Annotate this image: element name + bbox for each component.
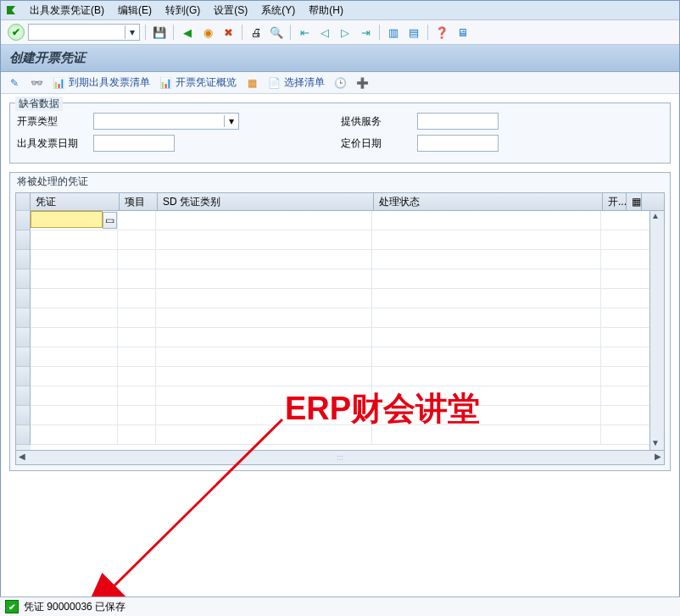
billing-type-label: 开票类型 [17, 114, 93, 129]
application-toolbar: ✎ 👓 📊 到期出具发票清单 📊 开票凭证概览 ▦ 📄 选择清单 🕒 ➕ [1, 72, 679, 94]
page-title: 创建开票凭证 [1, 45, 679, 72]
select-list-label: 选择清单 [284, 75, 325, 90]
chart-icon-2: 📊 [159, 76, 172, 90]
horizontal-scrollbar[interactable]: ◀ ::: ▶ [16, 450, 664, 464]
row-header[interactable] [16, 406, 31, 425]
table-row[interactable]: ▭ [31, 211, 649, 230]
service-label: 提供服务 [341, 114, 417, 129]
grid-corner [16, 193, 31, 211]
print-icon[interactable]: 🖨 [248, 24, 265, 41]
clock-plus-icon[interactable]: 🕒 [333, 76, 347, 90]
cancel-icon[interactable]: ✖ [220, 24, 237, 41]
help-icon[interactable]: ❓ [433, 24, 450, 41]
scroll-down-icon[interactable]: ▼ [651, 438, 663, 450]
row-header[interactable] [16, 425, 31, 445]
status-text: 凭证 90000036 已保存 [24, 600, 125, 614]
table-row[interactable] [31, 269, 649, 289]
row-header[interactable] [16, 269, 31, 289]
menu-settings[interactable]: 设置(S) [207, 2, 254, 19]
prev-page-icon[interactable]: ◁ [316, 24, 333, 41]
new-session-icon[interactable]: ▥ [385, 24, 402, 41]
enter-button[interactable]: ✔ [8, 24, 25, 41]
doc-icon: 📄 [267, 76, 281, 90]
row-header[interactable] [16, 250, 31, 269]
scroll-right-icon[interactable]: ▶ [652, 452, 664, 463]
f4-help-icon[interactable]: ▭ [103, 212, 117, 229]
row-header[interactable] [16, 367, 31, 386]
table-row[interactable] [31, 367, 649, 386]
menu-invoice-voucher[interactable]: 出具发票凭证(B) [23, 2, 111, 19]
glasses-icon[interactable]: 👓 [30, 76, 43, 90]
overview-button[interactable]: 📊 开票凭证概览 [159, 75, 237, 90]
variant-icon[interactable]: ▦ [245, 76, 259, 90]
table-row[interactable] [31, 230, 649, 250]
row-header[interactable] [16, 308, 31, 328]
last-page-icon[interactable]: ⇥ [357, 24, 374, 41]
layout-icon[interactable]: 🖥 [454, 24, 471, 41]
table-row[interactable] [31, 406, 649, 425]
first-page-icon[interactable]: ⇤ [296, 24, 313, 41]
due-list-label: 到期出具发票清单 [69, 75, 150, 90]
defaults-group-title: 缺省数据 [15, 97, 63, 111]
row-headers [16, 211, 31, 450]
col-sd-type[interactable]: SD 凭证类别 [158, 193, 374, 210]
table-row[interactable] [31, 328, 649, 347]
pricing-date-label: 定价日期 [341, 136, 417, 151]
system-toolbar: ✔ ▾ 💾 ◀ ◉ ✖ 🖨 🔍 ⇤ ◁ ▷ ⇥ ▥ ▤ ❓ 🖥 [1, 20, 679, 45]
row-header[interactable] [16, 230, 31, 250]
next-page-icon[interactable]: ▷ [337, 24, 354, 41]
chart-icon: 📊 [52, 76, 65, 90]
documents-group-title: 将被处理的凭证 [17, 175, 665, 189]
documents-grid: 凭证 项目 SD 凭证类别 处理状态 开... ▦ [15, 192, 665, 465]
exit-icon[interactable]: ◉ [199, 24, 216, 41]
gen-session-icon[interactable]: ▤ [405, 24, 422, 41]
row-header[interactable] [16, 347, 31, 367]
row-header[interactable] [16, 328, 31, 347]
find-icon[interactable]: 🔍 [268, 24, 285, 41]
command-field[interactable]: ▾ [28, 24, 140, 41]
row-header[interactable] [16, 386, 31, 406]
app-menu-icon[interactable] [4, 3, 18, 17]
menu-help[interactable]: 帮助(H) [302, 2, 350, 19]
menu-edit[interactable]: 编辑(E) [111, 2, 159, 19]
row-header[interactable] [16, 211, 31, 230]
table-row[interactable] [31, 308, 649, 328]
due-list-button[interactable]: 📊 到期出具发票清单 [52, 75, 150, 90]
menu-system[interactable]: 系统(Y) [254, 2, 302, 19]
vertical-scrollbar[interactable]: ▲ ▼ [649, 211, 664, 450]
command-field-dropdown-icon[interactable]: ▾ [125, 25, 139, 39]
back-icon[interactable]: ◀ [179, 24, 196, 41]
col-item[interactable]: 项目 [120, 193, 158, 210]
status-bar: ✔ 凭证 90000036 已保存 [0, 597, 680, 616]
grid-cells: ▭ [31, 211, 649, 450]
row-header[interactable] [16, 289, 31, 308]
billing-type-select[interactable]: ▾ [93, 113, 239, 130]
table-row[interactable] [31, 289, 649, 308]
voucher-input-cell[interactable] [31, 212, 102, 227]
menu-goto[interactable]: 转到(G) [159, 2, 207, 19]
scroll-up-icon[interactable]: ▲ [651, 211, 663, 223]
col-open[interactable]: 开... [603, 193, 627, 210]
table-row[interactable] [31, 386, 649, 406]
save-icon[interactable]: 💾 [151, 24, 168, 41]
table-row[interactable] [31, 250, 649, 269]
defaults-group: 缺省数据 开票类型 ▾ 出具发票日期 [9, 103, 671, 164]
select-list-button[interactable]: 📄 选择清单 [267, 75, 325, 90]
chevron-down-icon[interactable]: ▾ [224, 115, 238, 127]
col-status[interactable]: 处理状态 [374, 193, 603, 210]
menu-bar: 出具发票凭证(B) 编辑(E) 转到(G) 设置(S) 系统(Y) 帮助(H) [1, 1, 679, 20]
invoice-date-label: 出具发票日期 [17, 136, 93, 151]
service-input[interactable] [417, 113, 499, 130]
table-row[interactable] [31, 425, 649, 445]
documents-group: 将被处理的凭证 凭证 项目 SD 凭证类别 处理状态 开... ▦ [9, 172, 671, 471]
pricing-date-input[interactable] [417, 135, 499, 152]
grid-header: 凭证 项目 SD 凭证类别 处理状态 开... ▦ [31, 193, 664, 211]
invoice-date-input[interactable] [93, 135, 175, 152]
status-success-icon: ✔ [5, 600, 19, 613]
pencil-icon[interactable]: ✎ [8, 76, 21, 90]
table-row[interactable] [31, 347, 649, 367]
col-config-icon[interactable]: ▦ [627, 193, 642, 210]
col-voucher[interactable]: 凭证 [31, 193, 120, 210]
scroll-left-icon[interactable]: ◀ [16, 452, 28, 463]
add-row-icon[interactable]: ➕ [355, 76, 369, 90]
